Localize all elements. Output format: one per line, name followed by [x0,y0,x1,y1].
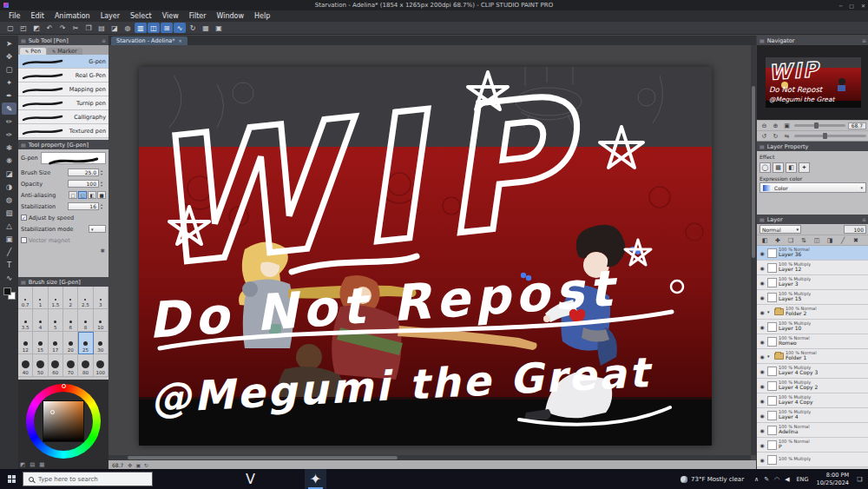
brush-item[interactable]: Real G-Pen [18,69,108,83]
color-swatches[interactable] [3,287,16,300]
adjust-by-speed-checkbox[interactable] [21,215,27,221]
horizontal-scroll-thumb[interactable] [128,456,398,459]
volume[interactable]: ◀ [785,476,789,483]
menu-item[interactable]: Window [211,12,249,20]
layer-visibility-icon[interactable] [759,324,766,330]
layer-row[interactable]: 100 % Multiply [757,453,868,467]
search-input[interactable] [38,476,134,483]
brush-item[interactable]: Textured pen [18,124,108,138]
brush-size-cell[interactable]: 12 [18,332,33,354]
brush-size-cell[interactable]: 10 [94,309,108,332]
navigator-zoom-value[interactable]: 68.7 [848,122,866,129]
zoom-out-button[interactable]: ⊖ [760,122,769,129]
fill-tool[interactable]: ◍ [2,194,16,206]
auto-select-tool[interactable]: ✦ [2,76,16,89]
decoration-tool[interactable]: ❋ [2,155,16,167]
maximize-button[interactable]: ▢ [849,3,854,9]
anti-aliasing-none[interactable]: □ [69,191,77,199]
brush-size-cell[interactable]: 4 [33,309,48,332]
layer-row[interactable]: 100 % Normal P [757,438,868,453]
brush-item[interactable]: Calligraphy [18,110,108,124]
brush-size-cell[interactable]: 1.5 [49,287,63,309]
menu-item[interactable]: Help [249,12,275,20]
canvas-viewport[interactable]: WIP Do Not Repost @Megumi the [108,45,751,455]
action-center-icon[interactable]: ❏ [854,476,868,483]
new-raster-layer-button[interactable]: ✚ [772,235,784,245]
rotate-slider[interactable] [794,135,866,137]
rotate-view-button[interactable]: ↻ [187,23,199,33]
layer-visibility-icon[interactable] [759,309,766,315]
hue-ring[interactable] [26,384,101,459]
paste-button[interactable]: ▤ [95,23,108,33]
color-slider-mode-icon[interactable]: ▤ [30,461,35,468]
figure-tool[interactable]: △ [2,220,16,232]
brush-size-cell[interactable]: 0.7 [18,287,33,309]
layer-row[interactable]: 100 % Multiply Layer 4 Copy 2 [757,379,868,393]
menu-item[interactable]: Layer [95,12,125,20]
layer-visibility-icon[interactable] [759,294,766,301]
border-effect-button[interactable]: ◯ [760,162,771,173]
color-set-icon[interactable]: ▦ [39,461,44,468]
pen-tool[interactable]: ✎ [2,102,16,115]
document-tab[interactable]: Starvation - Adelina* ✕ [111,36,187,45]
layer-visibility-icon[interactable] [759,427,766,433]
eyedropper-tool[interactable]: ✒ [2,89,16,102]
brush-size-cell[interactable]: 6 [63,309,78,332]
vertical-scroll-thumb[interactable] [752,86,755,258]
brush-size-cell[interactable]: 5 [49,309,63,332]
layer-row[interactable]: 100 % Normal Layer 36 [757,246,868,261]
navigator-thumbnail[interactable]: WIP Do Not Repost @Megumi the Great [757,45,868,120]
line-correction-tool[interactable]: ∿ [2,272,16,284]
anti-aliasing-strong[interactable]: ■ [97,191,106,199]
saturation-value-square[interactable] [43,400,84,442]
layer-visibility-icon[interactable] [759,250,766,256]
brush-size-cell[interactable]: 15 [33,332,48,354]
fit-to-screen-icon[interactable]: ▣ [135,462,141,468]
brush-size-cell[interactable]: 3.5 [18,309,33,332]
snap-to-ruler-button[interactable]: ▥ [135,23,147,33]
brush-size-cell[interactable]: 30 [94,332,108,354]
sv-marker[interactable] [50,410,55,414]
opacity-value[interactable]: 100 [68,180,99,188]
layer-visibility-icon[interactable] [759,368,766,374]
brush-size-cell[interactable]: 60 [49,354,63,377]
explorer[interactable] [196,469,218,489]
redo-button[interactable]: ↷ [56,23,69,33]
stabilization-mode-dropdown[interactable] [89,225,106,233]
stabilization-button[interactable]: ∿ [174,23,186,33]
weather-widget[interactable]: 73°F Mostly clear [674,469,750,489]
color-wheel-mode-icon[interactable]: ◩ [20,461,25,468]
layer-visibility-icon[interactable] [759,280,766,286]
brush-size-cell[interactable]: 3 [94,287,108,309]
stabilization-value[interactable]: 16 [68,202,99,210]
copy-button[interactable]: ❐ [82,23,95,33]
rotate-right-button[interactable]: ↻ [771,133,780,140]
ruler-icon-button[interactable]: ╱ [837,235,849,245]
layer-visibility-icon[interactable] [759,354,766,360]
move-tool[interactable]: ✥ [2,50,16,63]
new-folder-button[interactable]: ❏ [785,235,797,245]
pan-icon[interactable]: ✥ [128,462,132,468]
frame-border-tool[interactable]: ▣ [2,233,16,245]
brush-size-cell[interactable]: 17 [49,332,63,354]
brush-size-cell[interactable]: 2 [63,287,78,309]
wrench-icon[interactable]: ✱ [101,248,105,254]
brush-item[interactable]: G-pen [18,55,108,69]
document-close-icon[interactable]: ✕ [179,38,182,43]
taskbar-clock[interactable]: 8:00 PM 10/25/2024 [812,472,854,486]
brush-item[interactable]: Mapping pen [18,83,108,96]
mail[interactable] [283,469,305,489]
layer-visibility-icon[interactable] [759,339,766,345]
layer-row[interactable]: 100 % Multiply Layer 4 Copy [757,393,868,408]
clip-studio[interactable]: ✦ [305,469,326,489]
discord[interactable] [261,469,283,489]
brush-size-cell[interactable]: 2.5 [78,287,93,309]
merge-down-button[interactable]: ◫ [811,235,823,245]
text-tool[interactable]: T [2,259,16,271]
layer-row[interactable]: 100 % Multiply Layer 15 [757,290,868,305]
cut-button[interactable]: ✂ [69,23,82,33]
transfer-down-button[interactable]: ⇅ [798,235,810,245]
canvas-artwork[interactable]: WIP Do Not Repost @Megumi the [139,67,712,446]
menu-item[interactable]: Edit [25,12,49,20]
menu-item[interactable]: View [157,12,184,20]
